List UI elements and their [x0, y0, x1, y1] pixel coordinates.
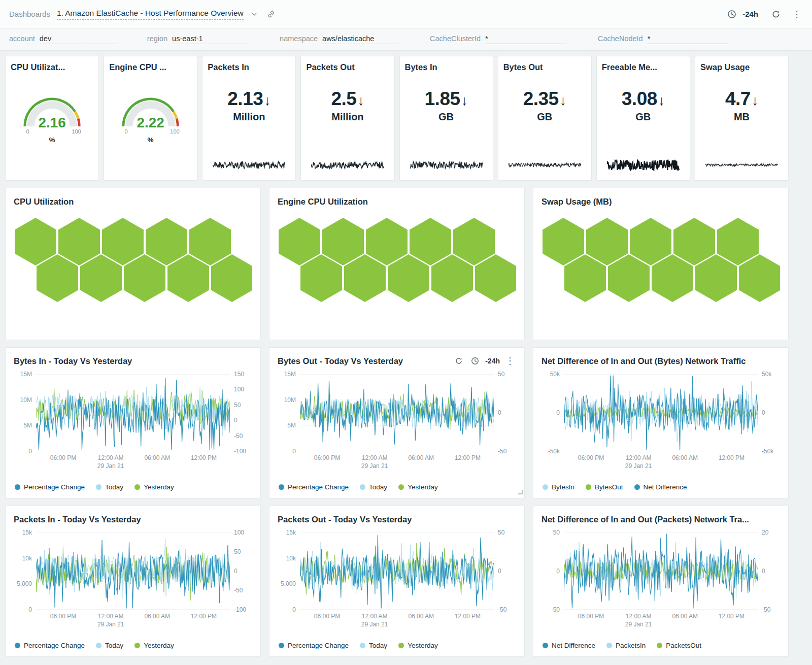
refresh-icon[interactable] [453, 355, 465, 367]
hexagon-cell[interactable] [102, 218, 144, 265]
hexagon-cell[interactable] [652, 254, 693, 302]
kpi-unit: GB [503, 111, 586, 123]
line-chart[interactable] [564, 374, 758, 451]
hexagon-cell[interactable] [543, 218, 584, 265]
line-chart[interactable] [36, 533, 230, 610]
legend-item[interactable]: Percentage Change [279, 642, 349, 649]
legend-item[interactable]: Today [360, 483, 387, 491]
hexagon-cell[interactable] [695, 254, 737, 302]
axis-tick-label: 15k [22, 529, 32, 536]
legend-item[interactable]: Net Difference [634, 483, 687, 491]
hexagon-cell[interactable] [300, 254, 342, 302]
hexagon-cell[interactable] [189, 218, 231, 265]
legend-dot [96, 643, 101, 648]
kpi-number: 2.5 [331, 88, 356, 110]
legend-item[interactable]: Net Difference [543, 642, 595, 649]
legend-item[interactable]: Yesterday [398, 642, 438, 649]
clock-icon[interactable] [726, 8, 738, 20]
panel-time-range[interactable]: -24h [485, 357, 500, 365]
gauge-chart[interactable]: 2.220100% [109, 87, 192, 145]
time-range[interactable]: -24h [742, 10, 758, 18]
hexagon-cell[interactable] [37, 254, 78, 302]
hexagon-cell[interactable] [167, 254, 209, 302]
legend-item[interactable]: PacketsIn [606, 642, 646, 649]
filter-cachenodeid[interactable]: CacheNodeId * [598, 35, 729, 44]
legend-item[interactable]: Today [360, 642, 387, 649]
filter-region[interactable]: region us-east-1 [147, 35, 248, 44]
legend-item[interactable]: Yesterday [398, 483, 438, 491]
legend-item[interactable]: Today [96, 642, 123, 649]
dashboard-title[interactable]: 1. Amazon ElastiCache - Host Performance… [57, 9, 244, 20]
legend-item[interactable]: Percentage Change [279, 483, 349, 491]
hexagon-cell[interactable] [564, 254, 606, 302]
legend-label: Today [369, 642, 387, 649]
hexagon-cell[interactable] [124, 254, 165, 302]
axis-tick-label: 5,000 [281, 580, 296, 587]
filter-namespace[interactable]: namespace aws/elasticache [280, 35, 398, 44]
gauge-chart[interactable]: 2.160100% [11, 87, 93, 145]
legend-dot [398, 484, 404, 490]
hexagon-cell[interactable] [322, 218, 364, 265]
legend-item[interactable]: PacketsOut [657, 642, 701, 649]
trend-down-icon: ↓ [560, 93, 566, 109]
legend-label: Net Difference [644, 483, 687, 491]
x-axis-tick-label: 06:00 AM [408, 612, 434, 620]
filter-value[interactable]: us-east-1 [172, 35, 248, 44]
hexagon-cell[interactable] [388, 254, 429, 302]
hexagon-cell[interactable] [475, 254, 516, 302]
hexagon-cell[interactable] [586, 218, 628, 265]
line-chart[interactable] [36, 374, 230, 451]
axis-tick-label: 50 [498, 371, 504, 378]
hexagon-cell[interactable] [80, 254, 122, 302]
hexagon-cell[interactable] [630, 218, 671, 265]
legend-item[interactable]: Percentage Change [15, 483, 85, 491]
filter-value[interactable]: aws/elasticache [322, 35, 398, 44]
filter-account[interactable]: account dev [9, 35, 116, 44]
kpi-title: CPU Utilizat... [11, 62, 93, 72]
hexagon-cell[interactable] [453, 218, 495, 265]
legend-label: BytesIn [552, 483, 574, 491]
kebab-menu-icon[interactable]: ⋮ [791, 8, 803, 20]
hexagon-cell[interactable] [344, 254, 386, 302]
clock-icon[interactable] [469, 355, 481, 367]
hexagon-cell[interactable] [15, 218, 56, 265]
kebab-menu-icon[interactable]: ⋮ [504, 355, 516, 367]
resize-handle-icon[interactable] [518, 487, 523, 496]
hexagon-cell[interactable] [739, 254, 780, 302]
axis-tick-label: 15M [20, 371, 32, 378]
refresh-icon[interactable] [770, 8, 782, 20]
filter-input[interactable]: * [485, 35, 566, 44]
legend-item[interactable]: Yesterday [134, 642, 174, 649]
line-chart[interactable] [300, 533, 494, 610]
kpi-title: Bytes Out [503, 62, 586, 72]
line-chart[interactable] [564, 533, 758, 610]
link-icon[interactable] [265, 8, 277, 20]
legend-item[interactable]: BytesOut [586, 483, 623, 491]
filter-input[interactable]: * [648, 35, 729, 44]
line-chart[interactable] [300, 374, 494, 451]
legend-item[interactable]: Yesterday [134, 483, 174, 491]
sparkline [410, 159, 483, 171]
hexagon-cell[interactable] [717, 218, 759, 265]
hexagon-cell[interactable] [146, 218, 187, 265]
hexagon-cell[interactable] [673, 218, 715, 265]
hexagon-cell[interactable] [410, 218, 451, 265]
legend-item[interactable]: Percentage Change [15, 642, 85, 649]
hexagon-cell[interactable] [58, 218, 100, 265]
legend-item[interactable]: Today [96, 483, 123, 491]
x-axis-tick-label: 12:00 PM [455, 454, 481, 462]
legend-label: Today [105, 642, 123, 649]
y-axis-right: 150100500-50-100 [230, 374, 252, 451]
filter-cacheclusterid[interactable]: CacheClusterId * [430, 35, 566, 44]
hexagon-cell[interactable] [279, 218, 320, 265]
legend-dot [279, 643, 284, 648]
chevron-down-icon[interactable] [248, 8, 260, 20]
hexagon-cell[interactable] [431, 254, 473, 302]
legend-dot [360, 643, 365, 648]
legend-item[interactable]: BytesIn [543, 483, 574, 491]
hexagon-cell[interactable] [608, 254, 650, 302]
hexagon-cell[interactable] [366, 218, 408, 265]
filter-value[interactable]: dev [40, 35, 116, 44]
hexagon-cell[interactable] [211, 254, 252, 302]
breadcrumb[interactable]: Dashboards [9, 10, 50, 18]
